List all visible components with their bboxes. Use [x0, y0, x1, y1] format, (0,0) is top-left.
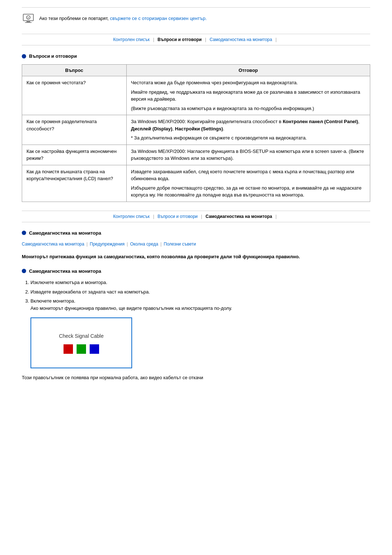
subsection-header: Самодиагностика на монитора [22, 268, 370, 275]
support-text: Ако тези проблеми се повтарят, свържете … [39, 15, 207, 22]
nav-sep-1b: | [205, 37, 206, 42]
a-power-save: За Windows ME/XP/2000: Нагласете функция… [126, 145, 370, 165]
nav-qa-1[interactable]: Въпроси и отговори [158, 37, 202, 42]
qa-title: Въпроси и отговори [29, 53, 77, 60]
selfdiag-section: Самодиагностика на монитора Самодиагност… [22, 230, 370, 381]
nav-sep-1a: | [153, 37, 154, 42]
nav-selfdiag-1[interactable]: Самодиагностика на монитора [210, 37, 272, 42]
sub-sep-2: | [127, 241, 128, 247]
nav-checklist-2[interactable]: Контролен списък [113, 214, 150, 219]
col-answer: Отговор [126, 64, 370, 76]
q-resolution: Как се променя разделителната способност… [22, 115, 127, 145]
table-row: Как се настройва функцията икономичен ре… [22, 145, 370, 165]
q-clean: Как да почистя външната страна на корпус… [22, 165, 127, 202]
selfdiag-bullet [22, 231, 26, 235]
check-signal-text: Check Signal Cable [59, 332, 104, 340]
a-frequency: Честотата може да бъде променяна чрез ре… [126, 76, 370, 115]
q-frequency: Как се променя честотата? [22, 76, 127, 115]
sub-sep-3: | [160, 241, 162, 247]
nav-sep-1c: | [275, 37, 277, 42]
nav-sep-2b: | [201, 214, 202, 219]
subsection-bullet [22, 269, 26, 273]
sublink-environment[interactable]: Околна среда [130, 241, 158, 247]
nav-qa-2[interactable]: Въпроси и отговори [158, 214, 197, 219]
q-power-save: Как се настройва функцията икономичен ре… [22, 145, 127, 165]
qa-section-header: Въпроси и отговори [22, 53, 370, 60]
selfdiag-sub-nav: Самодиагностика на монитора | Предупрежд… [22, 241, 370, 247]
step-2: Извадете видеокабела от задната част на … [30, 288, 370, 296]
col-question: Въпрос [22, 64, 127, 76]
sublink-warnings[interactable]: Предупреждения [90, 241, 124, 247]
support-intro: Ако тези проблеми се повтарят, [39, 16, 110, 21]
blue-square [90, 344, 99, 354]
selfdiag-title: Самодиагностика на монитора [29, 230, 101, 237]
sub-sep-1: | [86, 241, 87, 247]
svg-rect-2 [25, 22, 32, 23]
table-row: Как да почистя външната страна на корпус… [22, 165, 370, 202]
nav-checklist-1[interactable]: Контролен списък [113, 37, 150, 42]
support-link[interactable]: свържете се с оторизиран сервизен център… [110, 16, 207, 21]
qa-bullet [22, 54, 26, 58]
svg-text:?: ? [27, 16, 29, 20]
sublink-selfdiag[interactable]: Самодиагностика на монитора [22, 241, 84, 247]
nav-sep-2c: | [275, 214, 277, 219]
subsection-title: Самодиагностика на монитора [29, 268, 101, 275]
selfdiag-section-header: Самодиагностика на монитора [22, 230, 370, 237]
support-row: ? Ако тези проблеми се повтарят, свържет… [22, 12, 370, 25]
nav-sep-2a: | [153, 214, 154, 219]
step-3: Включете монитора. Ако мониторът функцио… [30, 297, 370, 312]
nav-bar-2: Контролен списък | Въпроси и отговори | … [22, 211, 370, 222]
nav-bar-1: Контролен списък | Въпроси и отговори | … [22, 34, 370, 45]
sublink-tips[interactable]: Полезни съвети [164, 241, 196, 247]
svg-rect-1 [26, 21, 30, 22]
step-1: Изключете компютъра и монитора. [30, 279, 370, 286]
support-icon: ? [22, 12, 35, 25]
a-clean: Извадете захранвашия кабел, след което п… [126, 165, 370, 202]
a-resolution: За Windows ME/XP/2000: Коригирайте разде… [126, 115, 370, 145]
table-row: Как се променя честотата? Честотата може… [22, 76, 370, 115]
qa-table: Въпрос Отговор Как се променя честотата?… [22, 64, 370, 202]
table-row: Как се променя разделителната способност… [22, 115, 370, 145]
bottom-text: Този правоъгълник се появява при нормалн… [22, 374, 370, 381]
green-square [77, 344, 86, 354]
monitor-box: Check Signal Cable [30, 317, 132, 368]
selfdiag-intro: Мониторът притежава функция за самодиагн… [22, 253, 370, 260]
nav-selfdiag-2[interactable]: Самодиагностика на монитора [205, 214, 272, 219]
color-squares [64, 344, 99, 354]
red-square [64, 344, 73, 354]
selfdiag-steps: Изключете компютъра и монитора. Извадете… [22, 279, 370, 312]
top-separator [22, 7, 370, 8]
